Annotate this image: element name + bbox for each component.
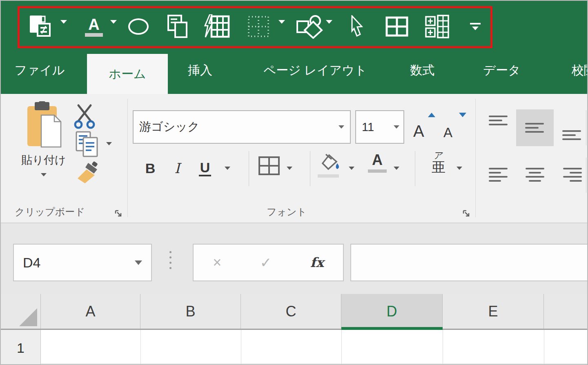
middle-align-button-selected[interactable]	[516, 109, 554, 146]
font-dialog-launcher-icon[interactable]	[462, 209, 470, 218]
view-side-by-side-icon[interactable]	[385, 13, 409, 40]
format-painter-icon	[76, 161, 99, 184]
insert-shapes-icon[interactable]	[296, 13, 323, 40]
underline-button[interactable]: U	[194, 152, 216, 185]
font-name-value: 游ゴシック	[134, 119, 339, 135]
column-header-C[interactable]: C	[241, 294, 341, 329]
cut-button[interactable]	[73, 104, 97, 131]
font-size-combobox[interactable]: 11	[355, 110, 404, 144]
select-all-corner[interactable]	[1, 294, 41, 329]
formula-bar-buttons: × ✓ fx	[193, 244, 344, 281]
column-header-partial[interactable]	[544, 294, 588, 329]
name-box-value: D4	[14, 255, 135, 271]
column-header-row: A B C D E	[1, 294, 587, 330]
column-header-E[interactable]: E	[443, 294, 544, 329]
tab-formulas[interactable]: 数式	[410, 62, 434, 79]
italic-button[interactable]: I	[167, 152, 188, 185]
paste-dropdown[interactable]	[41, 173, 47, 176]
tab-home[interactable]: ホーム	[87, 54, 168, 94]
borders-button[interactable]	[258, 156, 280, 177]
column-header-D-selected[interactable]: D	[341, 294, 443, 329]
name-box[interactable]: D4	[13, 244, 152, 281]
format-painter-button[interactable]	[76, 161, 99, 186]
borders-none-dropdown[interactable]	[278, 24, 285, 31]
align-left-button[interactable]	[484, 167, 513, 183]
name-box-dropdown[interactable]	[135, 260, 142, 265]
copy-button[interactable]	[75, 131, 99, 159]
bold-button[interactable]: B	[139, 152, 162, 185]
top-align-button[interactable]	[484, 112, 513, 144]
consolidate-icon[interactable]	[424, 13, 450, 40]
worksheet-grid[interactable]: 1	[1, 330, 587, 365]
paste-special-glyph	[29, 14, 55, 39]
column-header-A[interactable]: A	[41, 294, 140, 329]
fill-color-button[interactable]	[318, 154, 343, 178]
paste-special-icon[interactable]	[27, 13, 56, 40]
column-header-B[interactable]: B	[140, 294, 241, 329]
font-color-icon[interactable]: A	[81, 13, 107, 40]
tab-insert[interactable]: 挿入	[188, 62, 212, 79]
ribbon-home: 貼り付け	[1, 94, 587, 223]
caret-down-icon	[278, 20, 285, 31]
flash-fill-icon[interactable]	[203, 13, 231, 40]
bottom-align-button[interactable]	[558, 112, 586, 144]
increase-font-size-button[interactable]: A	[412, 112, 438, 142]
group-divider	[475, 99, 476, 217]
align-right-button[interactable]	[558, 167, 586, 183]
underline-dropdown[interactable]	[225, 167, 230, 170]
cancel-icon[interactable]: ×	[213, 254, 221, 271]
font-color-dropdown[interactable]	[110, 24, 117, 31]
excel-window: A	[0, 0, 588, 365]
caret-down-icon	[60, 20, 67, 31]
caret-down-icon	[326, 20, 332, 31]
select-all-triangle-icon	[19, 308, 37, 326]
font-color-button[interactable]: A	[366, 152, 389, 173]
font-size-value: 11	[356, 120, 394, 134]
decrease-font-size-button[interactable]: A	[443, 112, 468, 142]
caret-down-icon	[472, 27, 479, 30]
clipboard-group-label: クリップボード	[15, 205, 85, 218]
oval-shape-icon[interactable]	[127, 13, 149, 40]
enter-icon[interactable]: ✓	[260, 254, 272, 271]
font-color-dropdown[interactable]	[394, 167, 399, 170]
paste-button[interactable]: 貼り付け	[11, 101, 77, 195]
copy-icon	[75, 131, 99, 158]
top-align-icon	[489, 114, 508, 127]
triangle-up-icon	[428, 113, 435, 117]
group-divider	[127, 99, 128, 217]
tab-page-layout[interactable]: ページ レイアウト	[263, 62, 367, 79]
insert-function-icon[interactable]: fx	[310, 255, 324, 270]
bring-forward-icon[interactable]	[166, 13, 189, 40]
align-center-icon	[525, 167, 545, 183]
formula-input[interactable]	[350, 244, 588, 281]
insert-shapes-dropdown[interactable]	[326, 24, 332, 31]
tab-review[interactable]: 校閲	[572, 62, 588, 79]
borders-dropdown[interactable]	[287, 167, 292, 170]
row-header-1[interactable]: 1	[1, 330, 41, 365]
formula-bar-resize-handle[interactable]	[169, 251, 172, 269]
phonetic-guide-dropdown[interactable]	[457, 167, 462, 170]
caret-down-icon	[394, 125, 399, 129]
paste-special-dropdown[interactable]	[60, 24, 67, 31]
customize-quick-access-toolbar-icon[interactable]	[467, 13, 483, 40]
caret-down-icon	[110, 20, 117, 31]
copy-dropdown[interactable]	[106, 142, 112, 145]
formula-value	[351, 245, 358, 258]
scissors-icon	[73, 104, 97, 129]
fill-color-dropdown[interactable]	[349, 167, 354, 170]
title-bar-area: A	[1, 1, 587, 94]
tab-file[interactable]: ファイル	[15, 62, 65, 79]
select-objects-icon[interactable]	[349, 13, 365, 40]
borders-none-icon[interactable]	[247, 13, 270, 40]
paste-clipboard-icon	[25, 101, 62, 149]
font-name-combobox[interactable]: 游ゴシック	[133, 110, 351, 144]
align-left-icon	[489, 167, 508, 183]
clipboard-dialog-launcher-icon[interactable]	[114, 209, 122, 218]
tab-data[interactable]: データ	[483, 62, 520, 79]
formula-bar-row: D4 × ✓ fx	[1, 223, 587, 294]
phonetic-guide-button[interactable]: ア 亜	[426, 151, 451, 186]
paste-label: 貼り付け	[21, 153, 66, 167]
align-center-button[interactable]	[518, 167, 552, 183]
bottom-align-icon	[562, 129, 582, 141]
align-right-icon	[562, 167, 582, 183]
